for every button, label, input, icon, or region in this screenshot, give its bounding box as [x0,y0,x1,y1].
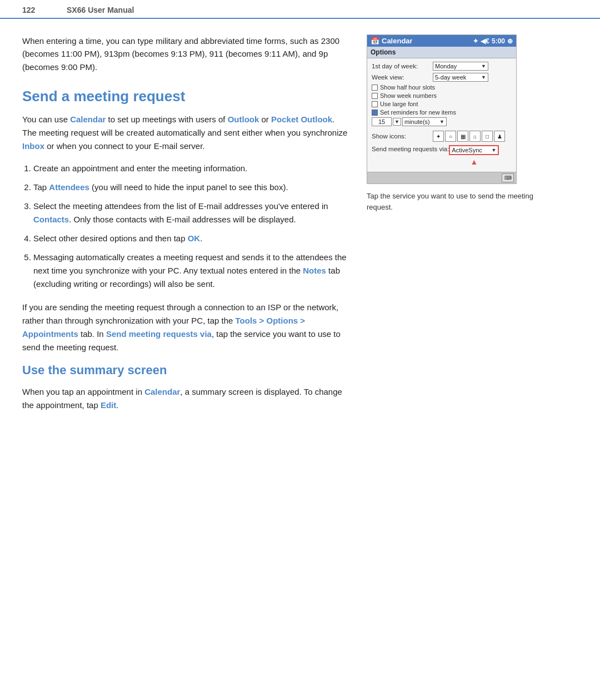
ok-link: OK [188,234,201,243]
main-text: When entering a time, you can type milit… [22,34,350,421]
device-body: 1st day of week: Monday ▼ Week view: 5-d… [367,58,516,172]
sidebar-caption: Tap the service you want to use to send … [367,191,533,212]
list-item: Select other desired options and then ta… [33,232,350,245]
sidebar: 📅 Calendar ✦ ◀€ 5:00 ⊕ Options [367,34,533,421]
dropdown-arrow-icon2: ▼ [481,75,486,80]
device-titlebar: 📅 Calendar ✦ ◀€ 5:00 ⊕ [367,35,516,47]
section1-para2: If you are sending the meeting request t… [22,301,350,354]
reminder-time-row: 15 ▼ minute(s) ▼ [372,117,512,126]
half-hour-checkbox[interactable] [372,85,378,91]
page-number: 122 [22,6,56,14]
checkbox-set-reminders: Set reminders for new items [372,109,512,116]
checkbox-large-font: Use large font [372,101,512,107]
device-menu-bar: Options [367,47,516,58]
send-via-select[interactable]: ActiveSync ▼ [449,145,499,155]
first-day-select[interactable]: Monday ▼ [433,62,488,71]
icon-star[interactable]: ✦ [433,131,444,142]
week-numbers-checkbox[interactable] [372,93,378,99]
device-screenshot: 📅 Calendar ✦ ◀€ 5:00 ⊕ Options [367,34,517,184]
calendar-link: Calendar [70,115,106,124]
week-view-row: Week view: 5-day week ▼ [372,73,512,82]
notes-link: Notes [303,266,326,275]
status-icon: ✦ [473,37,478,45]
calendar-link2: Calendar [144,387,180,396]
calendar-icon: 📅 [371,37,379,45]
time-display: 5:00 [492,37,505,45]
icon-buttons: ✦ ○ ▦ ⌂ □ ♟ [433,130,505,143]
page: 122 SX66 User Manual When entering a tim… [0,0,600,700]
show-icons-row: Show icons: ✦ ○ ▦ ⌂ □ ♟ [372,130,512,143]
set-reminders-checkbox[interactable] [372,110,378,116]
send-via-row: Send meeting requests via: ActiveSync ▼ … [372,145,512,166]
pocket-outlook-link: Pocket Outlook [271,115,332,124]
attendees-link: Attendees [49,182,89,192]
highlight-indicator: ▲ [449,157,499,166]
keyboard-icon[interactable]: ⌨ [502,173,514,182]
minutes-dropdown-arrow: ▼ [439,119,444,125]
checkbox-week-numbers: Show week numbers [372,92,512,99]
section1-heading: Send a meeting request [22,88,350,105]
manual-title: SX66 User Manual [67,6,134,14]
steps-list: Create an appointment and enter the meet… [33,162,350,291]
page-header: 122 SX66 User Manual [0,0,600,19]
first-day-row: 1st day of week: Monday ▼ [372,62,512,71]
content-area: When entering a time, you can type milit… [0,19,600,443]
icon-clock[interactable]: ○ [445,131,456,142]
checkbox-half-hour: Show half hour slots [372,84,512,91]
section2-heading: Use the summary screen [22,363,350,378]
signal-icon: ◀€ [481,37,489,45]
list-item: Create an appointment and enter the meet… [33,162,350,175]
list-item: Messaging automatically creates a meetin… [33,251,350,291]
icon-home[interactable]: ⌂ [469,131,481,142]
large-font-checkbox[interactable] [372,101,378,107]
icon-square[interactable]: □ [482,131,493,142]
section1-para1: You can use Calendar to set up meetings … [22,113,350,153]
send-via-dropdown-arrow: ▼ [491,147,496,153]
minutes-select[interactable]: minute(s) ▼ [402,117,447,126]
device-bottom-bar: ⌨ [367,172,516,183]
icon-grid[interactable]: ▦ [457,131,468,142]
reminder-number-input[interactable]: 15 [372,117,392,126]
week-view-label: Week view: [372,74,433,81]
week-view-select[interactable]: 5-day week ▼ [433,73,488,82]
show-icons-label: Show icons: [372,133,433,140]
contacts-link: Contacts [33,215,69,224]
edit-link: Edit [101,400,116,410]
inbox-link: Inbox [22,141,44,151]
device-title: Calendar [382,37,413,45]
outlook-link: Outlook [228,115,259,124]
send-requests-link: Send meeting requests via [106,329,212,339]
section2-para: When you tap an appointment in Calendar,… [22,385,350,412]
list-item: Tap Attendees (you will need to hide the… [33,181,350,194]
first-day-label: 1st day of week: [372,63,433,69]
list-item: Select the meeting attendees from the li… [33,200,350,226]
battery-icon: ⊕ [507,37,513,45]
number-dropdown-icon: ▼ [393,118,401,126]
intro-paragraph: When entering a time, you can type milit… [22,34,350,73]
icon-person[interactable]: ♟ [494,131,505,142]
dropdown-arrow-icon: ▼ [481,63,486,69]
send-via-label: Send meeting requests via: [372,145,449,153]
